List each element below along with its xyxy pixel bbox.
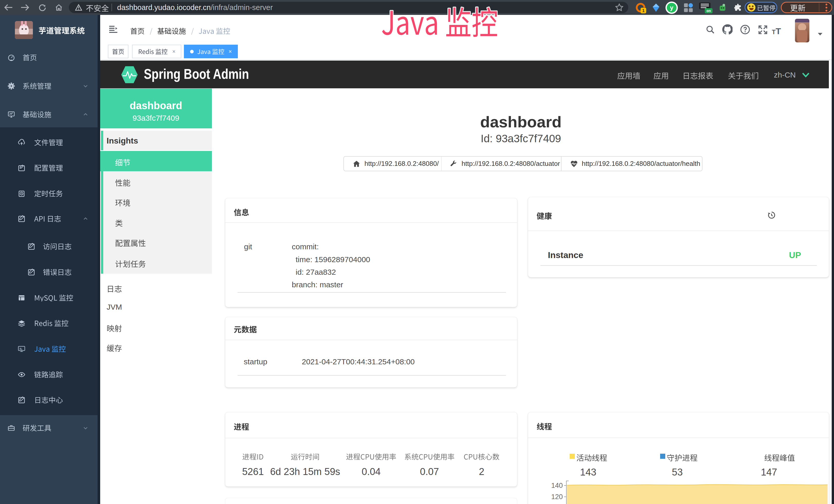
svg-text:y: y [670, 4, 674, 11]
svg-text:on: on [706, 9, 711, 13]
svg-text:1: 1 [642, 8, 644, 13]
